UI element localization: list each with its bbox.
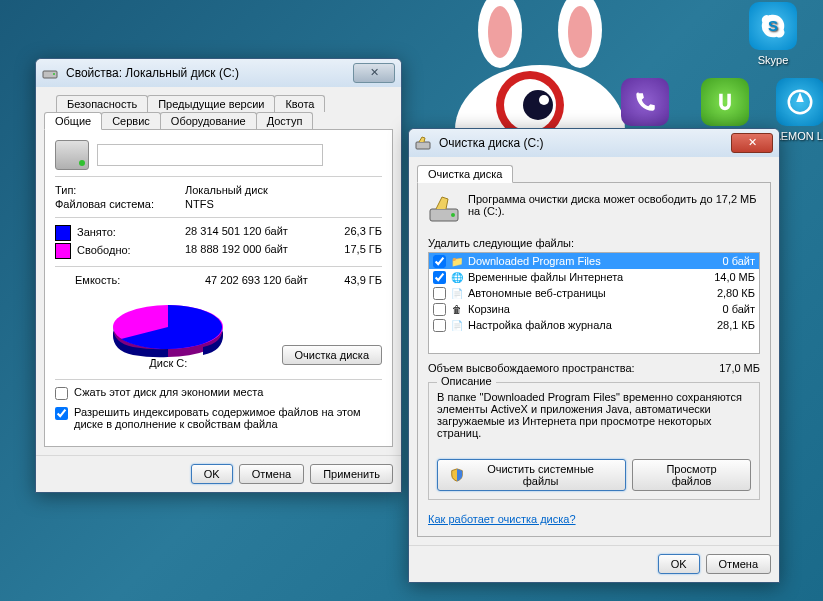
capacity-label: Емкость: xyxy=(55,274,205,286)
apply-button[interactable]: Применить xyxy=(310,464,393,484)
folder-icon: 📁 xyxy=(450,254,464,268)
filesystem-label: Файловая система: xyxy=(55,198,185,210)
svg-point-8 xyxy=(539,95,549,105)
cleanup-icon xyxy=(415,135,431,151)
list-item[interactable]: 📁 Downloaded Program Files 0 байт xyxy=(429,253,759,269)
list-item[interactable]: 🗑 Корзина 0 байт xyxy=(429,301,759,317)
index-checkbox-row[interactable]: Разрешить индексировать содержимое файло… xyxy=(55,406,382,430)
capacity-gb: 43,9 ГБ xyxy=(322,274,382,286)
cancel-button[interactable]: Отмена xyxy=(706,554,771,574)
tab-previous-versions[interactable]: Предыдущие версии xyxy=(147,95,275,112)
ok-button[interactable]: OK xyxy=(191,464,233,484)
file-icon: 📄 xyxy=(450,318,464,332)
properties-window: Свойства: Локальный диск (C:) ✕ Безопасн… xyxy=(35,58,402,493)
volume-label-input[interactable] xyxy=(97,144,323,166)
cancel-button[interactable]: Отмена xyxy=(239,464,304,484)
compress-checkbox[interactable] xyxy=(55,387,68,400)
index-label: Разрешить индексировать содержимое файло… xyxy=(74,406,382,430)
index-checkbox[interactable] xyxy=(55,407,68,420)
item-name: Downloaded Program Files xyxy=(468,255,691,267)
disk-cleanup-button[interactable]: Очистка диска xyxy=(282,345,382,365)
drive-large-icon xyxy=(55,140,89,170)
clean-system-files-label: Очистить системные файлы xyxy=(468,463,613,487)
cleanup-titlebar[interactable]: Очистка диска (C:) ✕ xyxy=(409,129,779,157)
used-bytes: 28 314 501 120 байт xyxy=(185,225,322,241)
clean-system-files-button[interactable]: Очистить системные файлы xyxy=(437,459,626,491)
svg-rect-11 xyxy=(43,71,57,78)
item-name: Временные файлы Интернета xyxy=(468,271,691,283)
item-size: 0 байт xyxy=(695,303,755,315)
description-text: В папке "Downloaded Program Files" време… xyxy=(437,391,751,447)
view-files-button[interactable]: Просмотр файлов xyxy=(632,459,751,491)
cleanup-list-label: Удалить следующие файлы: xyxy=(428,237,760,249)
item-checkbox[interactable] xyxy=(433,271,446,284)
list-item[interactable]: 📄 Автономные веб-страницы 2,80 КБ xyxy=(429,285,759,301)
desktop-icon-skype[interactable]: S Skype xyxy=(738,2,808,66)
list-item[interactable]: 🌐 Временные файлы Интернета 14,0 МБ xyxy=(429,269,759,285)
page-icon: 📄 xyxy=(450,286,464,300)
close-button[interactable]: ✕ xyxy=(353,63,395,83)
general-panel: Тип: Локальный диск Файловая система: NT… xyxy=(44,129,393,447)
tab-tools[interactable]: Сервис xyxy=(101,112,161,129)
item-size: 2,80 КБ xyxy=(695,287,755,299)
desktop-icon-label: Skype xyxy=(758,54,789,66)
svg-point-3 xyxy=(488,6,512,58)
description-groupbox: Описание В папке "Downloaded Program Fil… xyxy=(428,382,760,500)
list-item[interactable]: 📄 Настройка файлов журнала 28,1 КБ xyxy=(429,317,759,333)
shield-icon xyxy=(450,468,464,482)
item-checkbox[interactable] xyxy=(433,303,446,316)
svg-point-17 xyxy=(451,213,455,217)
item-name: Корзина xyxy=(468,303,691,315)
svg-point-4 xyxy=(568,6,592,58)
free-bytes: 18 888 192 000 байт xyxy=(185,243,322,259)
total-value: 17,0 МБ xyxy=(719,362,760,374)
item-checkbox[interactable] xyxy=(433,255,446,268)
trash-icon: 🗑 xyxy=(450,302,464,316)
item-checkbox[interactable] xyxy=(433,287,446,300)
free-gb: 17,5 ГБ xyxy=(322,243,382,259)
used-gb: 26,3 ГБ xyxy=(322,225,382,241)
ok-button[interactable]: OK xyxy=(658,554,700,574)
filesystem-value: NTFS xyxy=(185,198,382,210)
cleanup-title: Очистка диска (C:) xyxy=(435,136,731,150)
svg-point-7 xyxy=(523,90,553,120)
free-swatch xyxy=(55,243,71,259)
type-label: Тип: xyxy=(55,184,185,196)
capacity-bytes: 47 202 693 120 байт xyxy=(205,274,322,286)
tab-security[interactable]: Безопасность xyxy=(56,95,148,112)
item-size: 28,1 КБ xyxy=(695,319,755,331)
free-label: Свободно: xyxy=(77,244,131,256)
tab-cleanup[interactable]: Очистка диска xyxy=(417,165,513,183)
cleanup-window: Очистка диска (C:) ✕ Очистка диска Прогр… xyxy=(408,128,780,583)
compress-checkbox-row[interactable]: Сжать этот диск для экономии места xyxy=(55,386,382,400)
compress-label: Сжать этот диск для экономии места xyxy=(74,386,263,398)
used-label: Занято: xyxy=(77,226,116,238)
close-button[interactable]: ✕ xyxy=(731,133,773,153)
cleanup-intro: Программа очистки диска может освободить… xyxy=(468,193,760,227)
globe-icon: 🌐 xyxy=(450,270,464,284)
cleanup-file-list[interactable]: 📁 Downloaded Program Files 0 байт 🌐 Врем… xyxy=(428,252,760,354)
svg-point-12 xyxy=(53,73,55,75)
tab-hardware[interactable]: Оборудование xyxy=(160,112,257,129)
type-value: Локальный диск xyxy=(185,184,382,196)
tab-quota[interactable]: Квота xyxy=(274,95,325,112)
properties-title: Свойства: Локальный диск (C:) xyxy=(62,66,353,80)
tab-sharing[interactable]: Доступ xyxy=(256,112,314,129)
tab-general[interactable]: Общие xyxy=(44,112,102,130)
description-legend: Описание xyxy=(437,375,496,387)
svg-text:S: S xyxy=(768,17,778,34)
pie-chart xyxy=(103,295,233,355)
properties-titlebar[interactable]: Свойства: Локальный диск (C:) ✕ xyxy=(36,59,401,87)
svg-rect-15 xyxy=(416,142,430,149)
item-name: Настройка файлов журнала xyxy=(468,319,691,331)
drive-icon xyxy=(42,65,58,81)
item-size: 0 байт xyxy=(695,255,755,267)
used-swatch xyxy=(55,225,71,241)
how-cleanup-works-link[interactable]: Как работает очистка диска? xyxy=(428,513,576,525)
cleanup-large-icon xyxy=(428,193,460,227)
item-name: Автономные веб-страницы xyxy=(468,287,691,299)
total-label: Объем высвобождаемого пространства: xyxy=(428,362,719,374)
item-size: 14,0 МБ xyxy=(695,271,755,283)
item-checkbox[interactable] xyxy=(433,319,446,332)
